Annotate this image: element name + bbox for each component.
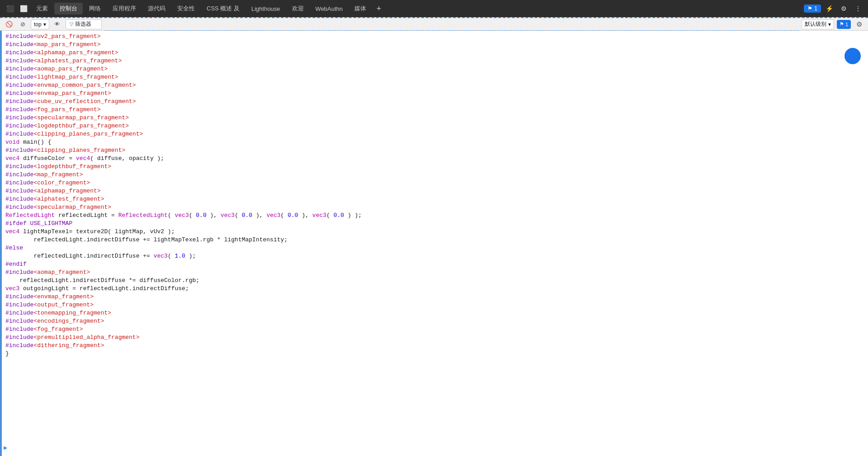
console-badge[interactable]: ⚑ 1 [837, 20, 851, 29]
code-line: #include <specularmap_fragment> [2, 203, 868, 212]
code-line: #include <envmap_common_pars_fragment> [2, 81, 868, 89]
code-line: #include <tonemapping_fragment> [2, 309, 868, 317]
code-line: #include <output_fragment> [2, 301, 868, 309]
code-line: vec3 outgoingLight = reflectedLight.indi… [2, 285, 868, 293]
tab-media[interactable]: 媒体 [349, 3, 372, 14]
filter-placeholder: 筛选器 [75, 20, 91, 28]
code-line: reflectedLight.indirectDiffuse += vec3( … [2, 252, 868, 260]
tab-css[interactable]: CSS 概述 及 [201, 3, 245, 14]
code-line: #include <clipping_planes_pars_fragment> [2, 130, 868, 138]
code-line: #include <dithering_fragment> [2, 342, 868, 350]
code-line: #include <premultiplied_alpha_fragment> [2, 334, 868, 342]
code-line: #include <aomap_fragment> [2, 268, 868, 277]
code-line: #include <logdepthbuf_fragment> [2, 163, 868, 171]
toolbar-right-section: ⚙ [854, 19, 864, 30]
more-options-btn[interactable]: ⋮ [852, 2, 864, 15]
tab-security[interactable]: 安全性 [172, 3, 200, 14]
add-tab-button[interactable]: + [373, 2, 385, 15]
code-line: #include <fog_pars_fragment> [2, 106, 868, 114]
filter-icon: ▽ [70, 21, 73, 27]
code-line: #include <encodings_fragment> [2, 317, 868, 325]
code-line: #include <specularmap_pars_fragment> [2, 114, 868, 122]
level-value: 默认级别 [805, 20, 826, 28]
code-line: void main() { [2, 138, 868, 146]
code-line: #include <clipping_planes_fragment> [2, 146, 868, 155]
issues-badge[interactable]: ⚑ 1 [804, 5, 821, 13]
code-line: #endif [2, 260, 868, 268]
settings-console-btn[interactable]: ⊘ [17, 19, 28, 30]
tab-console[interactable]: 控制台 [54, 3, 83, 14]
top-nav-bar: ⬛ ⬜ 元素 控制台 网络 应用程序 源代码 安全性 CSS 概述 及 Ligh… [0, 0, 868, 17]
code-line: #ifdef USE_LIGHTMAP [2, 220, 868, 228]
issues-count: 1 [814, 5, 817, 12]
code-line: vec4 lightMapTexel= texture2D( lightMap,… [2, 228, 868, 236]
bottom-arrow-indicator: ▶ [4, 444, 7, 451]
code-line: ReflectedLight reflectedLight = Reflecte… [2, 212, 868, 220]
tab-lighthouse[interactable]: Lighthouse [246, 4, 286, 14]
code-line: #include <logdepthbuf_pars_fragment> [2, 122, 868, 130]
tab-source[interactable]: 源代码 [142, 3, 171, 14]
connections-icon-btn[interactable]: ⚡ [823, 2, 835, 15]
code-editor[interactable]: #include <uv2_pars_fragment>#include <ma… [2, 31, 868, 456]
level-selector-dropdown[interactable]: 默认级别 ▾ [802, 19, 834, 29]
code-line: #else [2, 244, 868, 252]
issues-icon: ⚑ [807, 5, 812, 12]
tab-network[interactable]: 网络 [84, 3, 106, 14]
level-chevron-down-icon: ▾ [828, 21, 831, 28]
settings-gear-icon[interactable]: ⚙ [854, 19, 864, 30]
blue-indicator-dot [844, 48, 861, 64]
code-line: #include <envmap_fragment> [2, 293, 868, 301]
code-line: #include <alphatest_pars_fragment> [2, 57, 868, 65]
code-line: #include <envmap_pars_fragment> [2, 89, 868, 98]
code-line: #include <map_fragment> [2, 171, 868, 179]
tab-webauthn[interactable]: WebAuthn [310, 4, 348, 14]
code-line [2, 358, 868, 366]
console-badge-icon: ⚑ [840, 21, 844, 27]
code-line: #include <alphamap_fragment> [2, 187, 868, 195]
code-line: reflectedLight.indirectDiffuse *= diffus… [2, 277, 868, 285]
code-line: #include <color_fragment> [2, 179, 868, 187]
screen-toggle-btn[interactable]: ⬛ [4, 2, 16, 15]
console-toolbar: 🚫 ⊘ top ▾ 👁 ▽ 筛选器 默认级别 ▾ ⚑ 1 ⚙ [0, 17, 868, 31]
chevron-down-icon: ▾ [43, 21, 46, 28]
clear-console-btn[interactable]: 🚫 [4, 19, 14, 30]
filter-input-container[interactable]: ▽ 筛选器 [66, 19, 102, 29]
code-line: #include <alphamap_pars_fragment> [2, 49, 868, 57]
console-badge-count: 1 [845, 22, 848, 27]
tab-app[interactable]: 应用程序 [107, 3, 142, 14]
code-line: #include <aomap_pars_fragment> [2, 65, 868, 73]
main-code-area: #include <uv2_pars_fragment>#include <ma… [0, 31, 868, 456]
dock-toggle-btn[interactable]: ⬜ [17, 2, 30, 15]
code-line: vec4 diffuseColor = vec4( diffuse, opaci… [2, 155, 868, 163]
frame-value: top [34, 21, 42, 28]
code-line: #include <uv2_pars_fragment> [2, 33, 868, 41]
tab-elements[interactable]: 元素 [31, 3, 53, 14]
code-line: #include <map_pars_fragment> [2, 41, 868, 49]
frame-selector-dropdown[interactable]: top ▾ [31, 19, 49, 29]
tab-welcome[interactable]: 欢迎 [287, 3, 309, 14]
code-line: } [2, 350, 868, 358]
code-line: #include <fog_fragment> [2, 325, 868, 334]
settings-icon-btn[interactable]: ⚙ [837, 2, 850, 15]
eye-icon-btn[interactable]: 👁 [52, 19, 63, 30]
code-line: #include <lightmap_pars_fragment> [2, 73, 868, 81]
code-line: reflectedLight.indirectDiffuse += lightM… [2, 236, 868, 244]
nav-right-icons: ⚑ 1 ⚡ ⚙ ⋮ [804, 2, 864, 15]
code-line: #include <alphatest_fragment> [2, 195, 868, 203]
code-line: #include <cube_uv_reflection_fragment> [2, 98, 868, 106]
